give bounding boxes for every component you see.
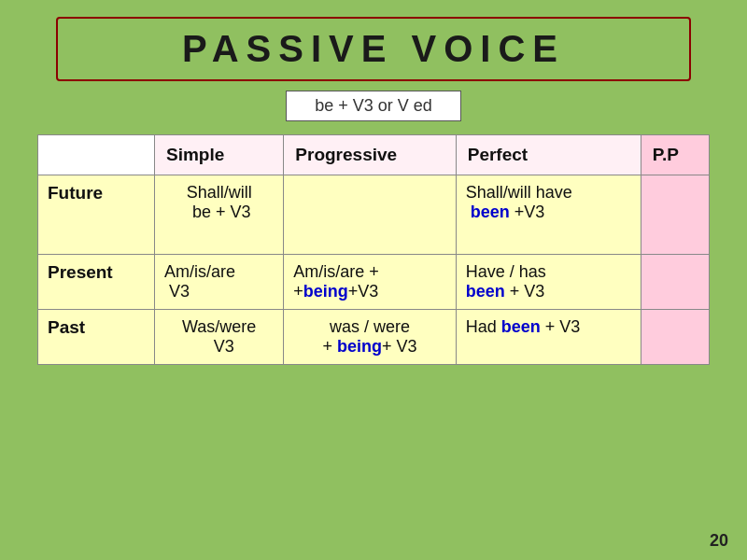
past-prog-being: being	[337, 337, 382, 356]
future-pp	[641, 175, 709, 255]
present-simple-text: Am/is/are V3	[164, 262, 235, 301]
past-perfect-been: been	[501, 317, 541, 336]
header-progressive: Progressive	[284, 135, 456, 175]
past-simple: Was/were V3	[155, 310, 284, 365]
present-prog-being: being	[303, 282, 348, 301]
past-perfect-suffix: + V3	[545, 317, 581, 336]
formula-text: be + V3 or V ed	[315, 96, 432, 115]
present-label: Present	[38, 255, 155, 310]
table-header-row: Simple Progressive Perfect P.P	[38, 135, 710, 175]
past-simple-text: Was/were V3	[182, 317, 256, 356]
page-number: 20	[710, 531, 728, 551]
future-perfect-been: been	[466, 203, 510, 221]
page-title: PASSIVE VOICE	[182, 28, 565, 69]
past-label: Past	[38, 310, 155, 365]
main-page: PASSIVE VOICE be + V3 or V ed Simple Pro…	[0, 0, 747, 560]
passive-voice-table: Simple Progressive Perfect P.P Future Sh…	[37, 134, 710, 365]
present-simple: Am/is/are V3	[155, 255, 284, 310]
header-perfect: Perfect	[456, 135, 641, 175]
past-pp	[641, 310, 709, 365]
present-progressive: Am/is/are + +being+V3	[284, 255, 456, 310]
present-perfect-been: been	[466, 282, 505, 301]
present-perfect: Have / has been + V3	[456, 255, 641, 310]
present-perfect-prefix: Have / has	[466, 262, 546, 281]
past-perfect-prefix: Had	[466, 317, 497, 336]
future-label: Future	[38, 175, 155, 255]
future-simple: Shall/will be + V3	[155, 175, 284, 255]
future-perfect: Shall/will have been +V3	[456, 175, 641, 255]
future-progressive	[284, 175, 456, 255]
formula-box: be + V3 or V ed	[286, 91, 461, 121]
header-pp: P.P	[641, 135, 709, 175]
header-simple: Simple	[155, 135, 284, 175]
future-simple-text: Shall/will be + V3	[187, 183, 252, 221]
table-row-present: Present Am/is/are V3 Am/is/are + +being+…	[38, 255, 710, 310]
title-box: PASSIVE VOICE	[56, 17, 691, 81]
future-perfect-v3: +V3	[514, 203, 545, 221]
present-prog-prefix: Am/is/are +	[293, 262, 379, 281]
header-col1	[38, 135, 155, 175]
present-perfect-suffix: + V3	[510, 282, 545, 301]
future-perfect-line1: Shall/will have	[466, 183, 572, 202]
past-prog-prefix: was / were	[330, 317, 410, 336]
past-perfect: Had been + V3	[456, 310, 641, 365]
present-pp	[641, 255, 709, 310]
table-row-past: Past Was/were V3 was / were + being+ V3 …	[38, 310, 710, 365]
table-row-future: Future Shall/will be + V3 Shall/will hav…	[38, 175, 710, 255]
past-progressive: was / were + being+ V3	[284, 310, 456, 365]
